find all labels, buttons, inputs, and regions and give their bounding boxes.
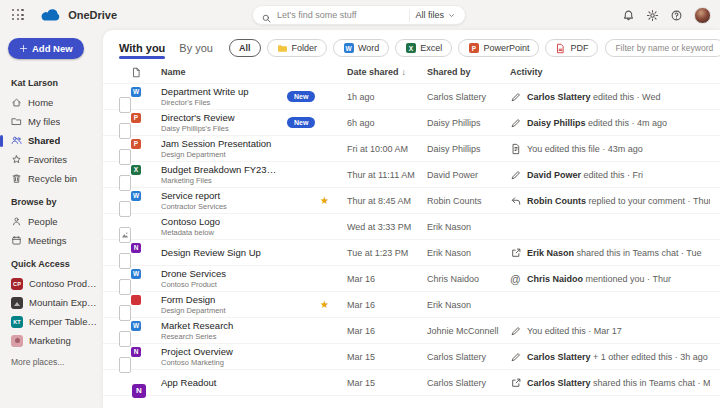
filter-pill-all[interactable]: All — [229, 39, 261, 57]
filter-pill-label: Folder — [292, 43, 318, 53]
table-row[interactable]: WDepartment Write upDirector's FilesNew1… — [103, 83, 720, 109]
filter-pill-pdf[interactable]: PDF — [545, 39, 598, 57]
table-row[interactable]: WMarket ResearchResearch SeriesMar 16Joh… — [103, 317, 720, 343]
table-row[interactable]: Contoso LogoMetadata belowWed at 3:33 PM… — [103, 213, 720, 239]
column-header-name[interactable]: Name — [161, 67, 347, 77]
filter-pills: AllFolderWWordXExcelPPowerPointPDF — [229, 39, 598, 61]
date-shared: 6h ago — [347, 118, 427, 128]
filter-pill-excel[interactable]: XExcel — [395, 39, 452, 57]
header-actions — [622, 0, 711, 30]
shared-by: Daisy Phillips — [427, 144, 510, 154]
edit-icon — [510, 91, 522, 103]
file-location: Design Department — [161, 150, 279, 159]
activity-actor: David Power — [527, 170, 581, 180]
shared-by: Johnie McConnell — [427, 326, 510, 336]
shared-by: Erik Nason — [427, 248, 510, 258]
table-row[interactable]: WService reportContractor Services★Thur … — [103, 187, 720, 213]
share-icon — [510, 377, 522, 389]
tab-by-you[interactable]: By you — [179, 42, 213, 59]
edit-icon — [510, 325, 522, 337]
activity-actor: Robin Counts — [527, 196, 586, 206]
filter-input[interactable] — [605, 39, 720, 57]
search-scope-label: All files — [415, 10, 444, 20]
quick-access-item[interactable]: CPContoso Product — [8, 274, 97, 293]
help-icon[interactable] — [670, 9, 683, 22]
column-header-shared-by[interactable]: Shared by — [427, 67, 510, 77]
more-places-link[interactable]: More places... — [11, 357, 97, 367]
top-header: OneDrive All files — [0, 0, 720, 30]
word-app-icon: W — [344, 43, 354, 53]
page-shape — [119, 201, 131, 217]
app-color-block — [131, 295, 141, 305]
user-section-heading: Kat Larson — [11, 78, 97, 88]
quick-access-item[interactable]: Mountain Expansion... — [8, 293, 97, 312]
file-location: Research Series — [161, 332, 279, 341]
table-row[interactable]: PDirector's ReviewDaisy Phillips's Files… — [103, 109, 720, 135]
onedrive-logo[interactable]: OneDrive — [40, 8, 117, 22]
activity-text: David Power edited this · Fri — [527, 170, 643, 180]
table-row[interactable]: NProject OverviewContoso MarketingMar 15… — [103, 343, 720, 369]
app-launcher-icon[interactable] — [12, 9, 24, 21]
add-new-button[interactable]: Add New — [8, 38, 84, 59]
search-scope-dropdown[interactable]: All files — [409, 9, 461, 22]
settings-icon[interactable] — [646, 9, 659, 22]
date-shared: Mar 16 — [347, 300, 427, 310]
file-name: Budget Breakdown FY23Q2 — [161, 164, 279, 175]
name-cell: Jam Session PresentationDesign Departmen… — [161, 138, 347, 159]
page-shape — [119, 227, 131, 243]
quick-access-label: Kemper Table Team — [29, 316, 97, 327]
sidebar-item-people[interactable]: People — [8, 212, 97, 231]
filter-pill-word[interactable]: WWord — [333, 39, 389, 57]
activity-cell: Erik Nason shared this in Teams chat · T… — [510, 247, 710, 259]
name-cell: Department Write upDirector's FilesNew — [161, 86, 347, 107]
sidebar-item-shared[interactable]: Shared — [8, 131, 97, 150]
sidebar-item-label: Shared — [28, 135, 60, 146]
calendar-icon — [11, 235, 22, 246]
table-row[interactable]: WDrone ServicesContoso ProductMar 16Chri… — [103, 265, 720, 291]
user-avatar[interactable] — [694, 7, 711, 24]
table-row[interactable]: NDesign Review Sign UpTue at 1:23 PMErik… — [103, 239, 720, 265]
table-row[interactable]: Form DesignDesign Department★Mar 16Erik … — [103, 291, 720, 317]
name-cell: Contoso LogoMetadata below — [161, 216, 347, 237]
edit-icon — [510, 351, 522, 363]
file-name: Drone Services — [161, 268, 279, 279]
tab-with-you[interactable]: With you — [119, 42, 165, 59]
search-input[interactable] — [277, 10, 404, 20]
table-row[interactable]: XBudget Breakdown FY23Q2Marketing FilesT… — [103, 161, 720, 187]
file-location: Daisy Phillips's Files — [161, 124, 279, 133]
sidebar-item-home[interactable]: Home — [8, 93, 97, 112]
quick-access-item[interactable]: KTKemper Table Team — [8, 312, 97, 331]
sidebar-item-favorites[interactable]: Favorites — [8, 150, 97, 169]
favorite-star-icon[interactable]: ★ — [320, 300, 329, 310]
activity-cell: Carlos Slattery + 1 other edited this · … — [510, 351, 710, 363]
file-name: Form Design — [161, 294, 279, 305]
activity-cell: You edited this · Mar 17 — [510, 325, 710, 337]
edit-icon — [510, 117, 522, 129]
chevron-down-icon — [447, 11, 456, 20]
sidebar-item-my-files[interactable]: My files — [8, 112, 97, 131]
sidebar-item-meetings[interactable]: Meetings — [8, 231, 97, 250]
search-bar[interactable]: All files — [252, 5, 466, 25]
app-color-block: N — [131, 347, 141, 357]
plus-icon — [19, 44, 28, 53]
column-header-date-shared[interactable]: Date shared↓ — [347, 67, 427, 77]
file-location: Metadata below — [161, 228, 279, 237]
quick-access-item[interactable]: Marketing — [8, 331, 97, 350]
notifications-icon[interactable] — [622, 9, 635, 22]
filter-pill-powerpoint[interactable]: PPowerPoint — [458, 39, 539, 57]
table-row[interactable]: NApp ReadoutMar 15Carlos SlatteryCarlos … — [103, 369, 720, 395]
sidebar-item-recycle-bin[interactable]: Recycle bin — [8, 169, 97, 188]
table-row[interactable]: PJam Session PresentationDesign Departme… — [103, 135, 720, 161]
table-row[interactable] — [103, 395, 720, 408]
activity-actor: Carlos Slattery — [527, 92, 591, 102]
file-name: Project Overview — [161, 346, 279, 357]
column-header-activity[interactable]: Activity — [510, 67, 710, 77]
date-shared: 1h ago — [347, 92, 427, 102]
file-list: WDepartment Write upDirector's FilesNew1… — [103, 83, 720, 408]
activity-cell: Carlos Slattery shared this in Teams cha… — [510, 377, 710, 389]
view-tabs: With youBy you — [119, 42, 213, 59]
favorite-star-icon[interactable]: ★ — [320, 196, 329, 206]
filter-pill-folder[interactable]: Folder — [267, 39, 328, 57]
name-cell: Design Review Sign Up — [161, 247, 347, 258]
add-new-label: Add New — [32, 43, 73, 54]
